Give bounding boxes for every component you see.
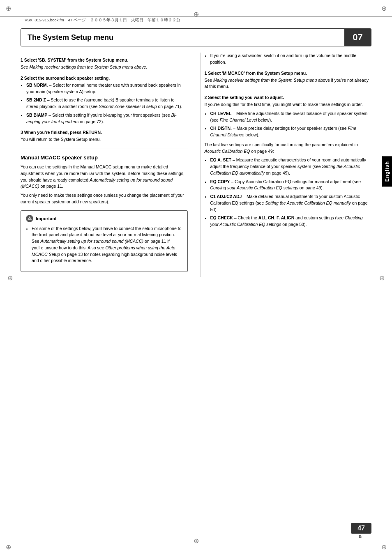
eq-a-set-label: EQ A. SET [210,157,232,162]
corner-mark-tr: ⊕ [380,4,388,12]
important-heading: ⚠ Important [26,215,182,222]
step1-body: See Making receiver settings from the Sy… [21,64,188,71]
main-content: 1 Select 'SB. SYSTEM' from the System Se… [21,53,371,277]
header-title-area: The System Setup menu [21,29,344,46]
important-bullet1: For some of the settings below, you'll h… [32,226,182,265]
eq-copy-text: – Copy Acoustic Calibration EQ settings … [210,179,361,191]
step2r-heading: 2 Select the setting you want to adjust. [205,95,372,100]
step1r-heading: 1 Select 'M MCACC' from the System Setup… [205,71,372,76]
eq-settings-list: EQ A. SET – Measure the acoustic charact… [210,157,372,228]
sb-2nd-label: SB 2ND Z [26,97,46,102]
ch-level-text: – Make fine adjustments to the overall b… [210,111,368,122]
section-divider [21,148,188,148]
c1-adj-item: C1 ADJ/C2 ADJ – Make detailed manual adj… [210,193,372,213]
step2-heading: 2 Select the surround back speaker setti… [21,76,188,81]
page-title: The System Setup menu [28,33,113,42]
ch-distn-label: CH DISTN. [210,126,232,131]
corner-mark-br: ⊕ [380,543,388,551]
subwoofer-bullet: If you're using a subwoofer, switch it o… [210,53,372,66]
eq-copy-item: EQ COPY – Copy Acoustic Calibration EQ s… [210,179,372,192]
warning-icon: ⚠ [26,215,33,222]
mcacc-intro2: You only need to make these settings onc… [21,192,188,205]
ch-level-item: CH LEVEL – Make fine adjustments to the … [210,111,372,124]
page-header: The System Setup menu 07 [21,28,371,46]
sb-biamp-label: SB BIAMP [26,113,47,117]
page-footer: 47 En [351,523,371,539]
corner-mark-bl: ⊕ [4,543,12,551]
sb-2nd-text: – Select to use the (surround back) B sp… [26,97,182,109]
c1-adj-label: C1 ADJ/C2 ADJ [210,194,242,199]
eq-a-set-text: – Measure the acoustic characteristics o… [210,157,367,175]
language-tab: English [382,156,392,187]
top-center-mark: ⊕ [194,10,199,18]
important-list: For some of the settings below, you'll h… [32,226,182,265]
page-en-label: En [359,534,364,539]
corner-mark-tl: ⊕ [4,4,12,12]
mcacc-section-title: Manual MCACC speaker setup [21,154,188,161]
important-label: Important [36,216,57,221]
eq-check-item: EQ CHECK – Check the ALL CH. F. ALIGN an… [210,215,372,228]
ch-distn-text: – Make precise delay settings for your s… [210,126,356,137]
eq-check-text: – Check the ALL CH. F. ALIGN and custom … [210,215,363,227]
all-ch-bold: ALL CH [258,215,274,220]
step1-heading: 1 Select 'SB. SYSTEM' from the System Se… [21,58,188,62]
eq-check-label: EQ CHECK [210,215,233,220]
left-column: 1 Select 'SB. SYSTEM' from the System Se… [21,53,192,277]
important-box: ⚠ Important For some of the settings bel… [21,210,188,272]
chapter-number: 07 [344,29,371,46]
sb-biamp-text: – Select this setting if you're bi-ampin… [26,113,177,124]
ch-distn-item: CH DISTN. – Make precise delay settings … [210,125,372,138]
left-center-mark: ⊕ [7,274,13,281]
ch-level-label: CH LEVEL [210,111,232,116]
step2r-intro: If you're doing this for the first time,… [205,101,372,108]
mcacc-intro1: You can use the settings in the Manual M… [21,164,188,190]
step3-heading: 3 When you're finished, press RETURN. [21,130,188,135]
sb-biamp-item: SB BIAMP – Select this setting if you're… [26,112,188,125]
page-number: 47 [351,523,371,534]
last-five-text: The last five settings are specifically … [205,142,372,155]
right-center-mark: ⊕ [379,274,385,281]
bottom-center-mark: ⊕ [194,537,199,545]
right-top-list: If you're using a subwoofer, switch it o… [210,53,372,66]
step3-body: You will return to the System Setup menu… [21,136,188,143]
top-metadata-text: VSX_815-915.book.fm 47 ページ ２００５年３月１日 火曜日… [25,18,180,23]
eq-a-set-item: EQ A. SET – Measure the acoustic charact… [210,157,372,176]
eq-copy-label: EQ COPY [210,179,230,184]
sb-settings-list: SB NORM. – Select for normal home theate… [26,82,188,125]
step1r-body: See Making receiver settings from the Sy… [205,77,372,90]
sb-norm-label: SB NORM. [26,83,48,88]
f-align-bold: F. ALIGN [277,215,294,220]
right-column: If you're using a subwoofer, switch it o… [200,53,372,277]
sb-2nd-item: SB 2ND Z – Select to use the (surround b… [26,97,188,110]
sb-norm-item: SB NORM. – Select for normal home theate… [26,82,188,95]
sb-norm-text: – Select for normal home theater use wit… [26,83,181,94]
ch-settings-list: CH LEVEL – Make fine adjustments to the … [210,111,372,138]
